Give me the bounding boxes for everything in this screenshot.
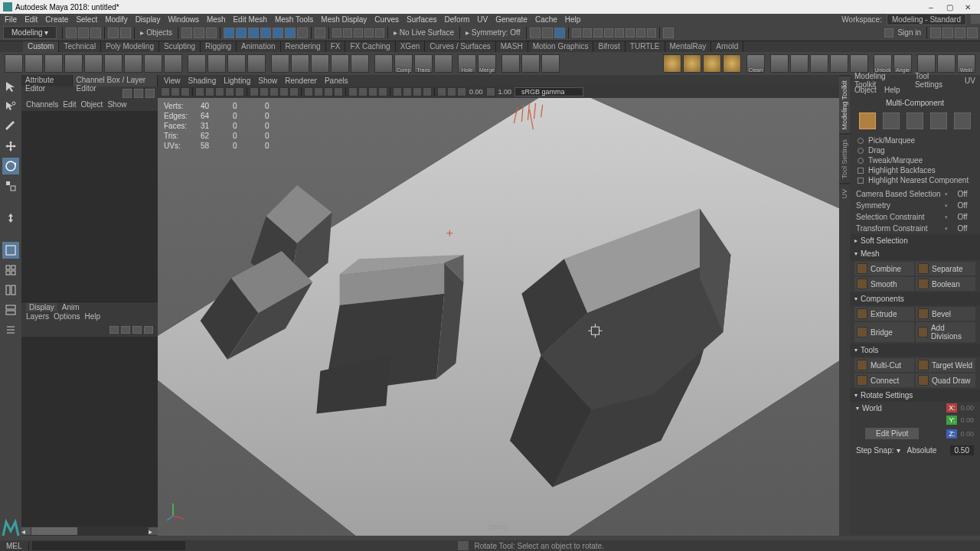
vtab-modeling-toolkit[interactable]: Modeling Toolkit: [839, 75, 850, 134]
maximize-button[interactable]: ▢: [940, 2, 959, 12]
viewport-icon[interactable]: [423, 87, 432, 96]
rotate-x-button[interactable]: X:: [946, 403, 957, 412]
viewport-icon[interactable]: [171, 87, 180, 96]
account-icon[interactable]: [884, 28, 893, 37]
tab-poly-modeling[interactable]: Poly Modeling: [101, 41, 159, 52]
viewport-icon[interactable]: [378, 87, 387, 96]
script-editor-icon[interactable]: [458, 541, 469, 550]
tab-motion-graphics[interactable]: Motion Graphics: [528, 41, 594, 52]
shelf-icon[interactable]: Hole: [458, 54, 476, 73]
cb-show-menu[interactable]: Show: [107, 100, 126, 111]
history-misc-icon[interactable]: [375, 28, 384, 37]
sign-in-button[interactable]: Sign in: [894, 28, 924, 37]
boolean-button[interactable]: Boolean: [916, 277, 975, 291]
shelf-icon[interactable]: Merge: [478, 54, 496, 73]
viewport-icon[interactable]: [358, 87, 368, 96]
history-icon[interactable]: [332, 28, 341, 37]
channels-menu[interactable]: Channels: [26, 100, 58, 111]
viewport-icon[interactable]: [403, 87, 412, 96]
add-divisions-button[interactable]: Add Divisions: [916, 322, 975, 342]
vtab-uv[interactable]: UV: [839, 184, 850, 204]
shelf-icon[interactable]: [24, 54, 43, 73]
select-by-hierarchy-icon[interactable]: [194, 28, 204, 38]
snap-view-icon[interactable]: [273, 28, 283, 38]
viewport-icon[interactable]: [447, 87, 456, 96]
shelf-icon[interactable]: [434, 54, 452, 73]
viewport-icon[interactable]: [250, 87, 259, 96]
panel-layout-icon[interactable]: [663, 28, 674, 38]
tab-turtle[interactable]: TURTLE: [626, 41, 665, 52]
bevel-button[interactable]: Bevel: [916, 307, 975, 321]
open-scene-icon[interactable]: [78, 28, 89, 38]
make-live-icon[interactable]: [315, 28, 325, 38]
menu-mesh-display[interactable]: Mesh Display: [321, 15, 367, 24]
shelf-icon[interactable]: [663, 54, 681, 73]
tab-sculpting[interactable]: Sculpting: [159, 41, 201, 52]
anim-tab[interactable]: Anim: [62, 303, 80, 311]
shelf-icon[interactable]: [271, 54, 289, 73]
components-section-header[interactable]: ▾Components: [850, 292, 980, 305]
toggle-channel-box-icon[interactable]: [530, 28, 541, 38]
separate-button[interactable]: Separate: [916, 262, 975, 276]
render-pause-icon[interactable]: [647, 28, 656, 37]
scale-tool[interactable]: [2, 178, 19, 194]
tab-rigging[interactable]: Rigging: [201, 41, 237, 52]
vp-lighting-menu[interactable]: Lighting: [224, 77, 250, 85]
tk-help-menu[interactable]: Help: [884, 86, 900, 96]
tab-mash[interactable]: MASH: [496, 41, 528, 52]
viewport-icon[interactable]: [195, 87, 204, 96]
menu-windows[interactable]: Windows: [168, 15, 199, 24]
layer-new-selected-icon[interactable]: [144, 326, 153, 334]
viewport-icon[interactable]: [205, 87, 214, 96]
shelf-icon[interactable]: [770, 54, 789, 73]
redo-icon[interactable]: [120, 28, 131, 38]
construction-history-icon[interactable]: [364, 28, 374, 37]
menu-set-dropdown[interactable]: Modeling ▾: [3, 26, 57, 39]
rotate-z-value[interactable]: 0.00: [960, 430, 974, 438]
vtab-tool-settings[interactable]: Tool Settings: [839, 134, 850, 184]
shelf-icon[interactable]: Clean: [746, 54, 765, 73]
tab-arnold[interactable]: Arnold: [711, 41, 743, 52]
tab-fx[interactable]: FX: [326, 41, 346, 52]
symmetry-dropdown[interactable]: ▸ Symmetry: Off: [462, 28, 524, 37]
menu-edit-mesh[interactable]: Edit Mesh: [233, 15, 266, 24]
smooth-button[interactable]: Smooth: [854, 277, 914, 291]
select-by-component-icon[interactable]: [206, 28, 217, 38]
shelf-icon[interactable]: [937, 54, 956, 73]
multi-cut-button[interactable]: Multi-Cut: [854, 358, 914, 372]
two-pane-stacked-layout[interactable]: [2, 302, 19, 318]
soft-selection-header[interactable]: ▸Soft Selection: [850, 234, 980, 247]
display-tab[interactable]: Display: [26, 303, 57, 311]
shelf-icon[interactable]: [810, 54, 828, 73]
shelf-icon[interactable]: [850, 54, 868, 73]
shelf-icon[interactable]: [84, 54, 103, 73]
menu-mesh[interactable]: Mesh: [207, 15, 225, 24]
shelf-icon[interactable]: [703, 54, 721, 73]
tk-object-menu[interactable]: Object: [854, 86, 877, 96]
cb-edit-menu[interactable]: Edit: [63, 100, 76, 111]
channel-toggle-icon[interactable]: [955, 28, 965, 38]
snap-curve-icon[interactable]: [236, 28, 247, 38]
target-weld-button[interactable]: Target Weld: [916, 358, 975, 372]
menu-mesh-tools[interactable]: Mesh Tools: [275, 15, 313, 24]
viewport-icon[interactable]: [413, 87, 422, 96]
vp-show-menu[interactable]: Show: [258, 77, 277, 85]
last-tool[interactable]: [2, 210, 19, 227]
viewport-icon[interactable]: [368, 87, 377, 96]
rotate-y-value[interactable]: 0.00: [960, 416, 974, 424]
viewport-icon[interactable]: [324, 87, 333, 96]
rotate-world-label[interactable]: World: [862, 404, 943, 412]
cb-object-menu[interactable]: Object: [81, 100, 103, 111]
tab-animation[interactable]: Animation: [237, 41, 280, 52]
history-delete-icon[interactable]: [354, 28, 363, 37]
step-snap-value[interactable]: 0.50: [950, 445, 974, 455]
tk-tab-uv[interactable]: UV: [965, 77, 975, 85]
viewport-icon[interactable]: [260, 87, 269, 96]
viewport-icon[interactable]: [215, 87, 224, 96]
history-off-icon[interactable]: [343, 28, 352, 37]
menu-cache[interactable]: Cache: [535, 15, 557, 24]
symmetry-value[interactable]: Off: [951, 201, 974, 210]
magnet-icon[interactable]: [297, 28, 308, 38]
shelf-icon[interactable]: [521, 54, 540, 73]
vp-view-menu[interactable]: View: [164, 77, 181, 85]
